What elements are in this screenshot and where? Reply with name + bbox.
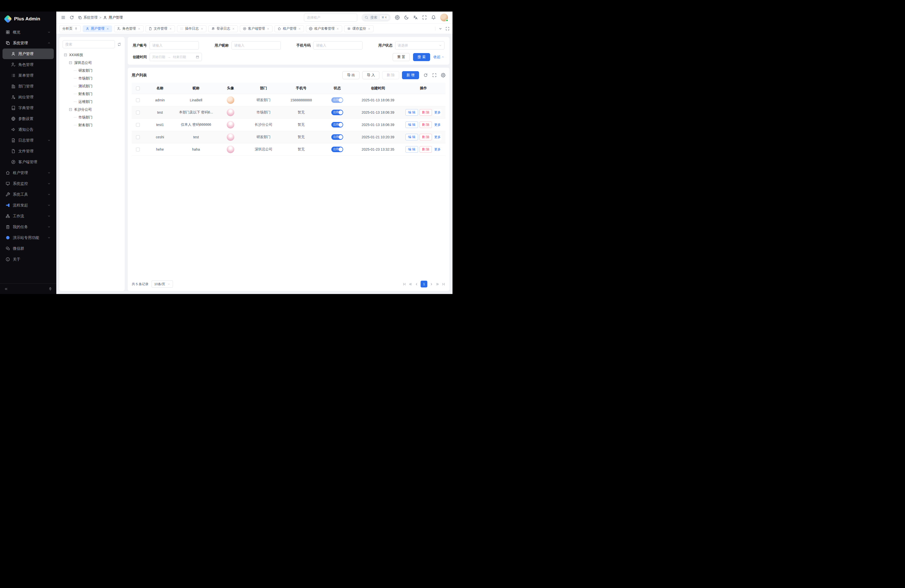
search-button[interactable]: 搜 索 bbox=[413, 53, 430, 61]
forward-10-pages-button[interactable] bbox=[435, 282, 440, 286]
tab-cache[interactable]: 缓存监控 bbox=[344, 25, 373, 32]
sidebar-item-log[interactable]: 日志管理 bbox=[3, 135, 54, 146]
tab-tenant-package[interactable]: 租户套餐管理 bbox=[306, 25, 342, 32]
tab-user[interactable]: 用户管理 bbox=[83, 25, 112, 32]
fullscreen-icon[interactable] bbox=[422, 15, 427, 20]
close-tab-icon[interactable] bbox=[138, 27, 141, 30]
row-checkbox[interactable] bbox=[136, 148, 140, 151]
tree-node[interactable]: 研发部门 bbox=[63, 67, 121, 75]
breadcrumb-system[interactable]: 系统管理 bbox=[78, 15, 98, 20]
tree-node[interactable]: 财务部门 bbox=[63, 90, 121, 98]
sidebar-item-file[interactable]: 文件管理 bbox=[3, 146, 54, 156]
last-page-button[interactable] bbox=[441, 282, 445, 286]
user-avatar[interactable] bbox=[440, 14, 448, 21]
status-toggle[interactable]: 启用 bbox=[331, 97, 343, 103]
filter-account-input[interactable] bbox=[149, 41, 199, 49]
edit-row-button[interactable]: 编 辑 bbox=[405, 134, 418, 140]
more-row-button[interactable]: 更多 bbox=[433, 134, 441, 140]
del-row-button[interactable]: 删 除 bbox=[419, 121, 432, 128]
sidebar-item-post[interactable]: 岗位管理 bbox=[3, 92, 54, 102]
first-page-button[interactable] bbox=[402, 282, 406, 286]
sidebar-item-overview[interactable]: 概览 bbox=[3, 27, 54, 38]
more-row-button[interactable]: 更多 bbox=[433, 146, 441, 153]
collapse-sidebar-button[interactable] bbox=[4, 287, 8, 291]
filter-created-daterange[interactable]: 开始日期 → 结束日期 bbox=[149, 53, 202, 61]
edit-row-button[interactable]: 编 辑 bbox=[405, 121, 418, 128]
del-row-button[interactable]: 删 除 bbox=[419, 134, 432, 140]
tab-fullscreen-button[interactable] bbox=[445, 27, 449, 31]
close-tab-icon[interactable] bbox=[267, 27, 270, 30]
sidebar-item-notice[interactable]: 通知公告 bbox=[3, 124, 54, 135]
tenant-select-input[interactable] bbox=[304, 14, 357, 22]
tab-ops-log[interactable]: 操作日志 bbox=[177, 25, 206, 32]
sidebar-item-system[interactable]: 系统管理 bbox=[3, 38, 54, 48]
close-tab-icon[interactable] bbox=[106, 27, 109, 30]
tab-file[interactable]: 文件管理 bbox=[146, 25, 175, 32]
edit-row-button[interactable]: 编 辑 bbox=[405, 109, 418, 116]
more-row-button[interactable]: 更多 bbox=[433, 121, 441, 128]
select-all-checkbox[interactable] bbox=[136, 86, 140, 90]
tree-node[interactable]: 市场部门 bbox=[63, 75, 121, 82]
sidebar-item-dept[interactable]: 部门管理 bbox=[3, 81, 54, 92]
sidebar-item-user[interactable]: 用户管理 bbox=[3, 49, 54, 59]
close-tab-icon[interactable] bbox=[201, 27, 203, 30]
sidebar-item-menu[interactable]: 菜单管理 bbox=[3, 70, 54, 81]
page-number-1[interactable]: 1 bbox=[421, 281, 427, 288]
sidebar-item-workflow[interactable]: 工作流 bbox=[3, 211, 54, 221]
filter-phone-input[interactable] bbox=[313, 41, 362, 49]
dept-search-input[interactable] bbox=[63, 40, 115, 48]
more-row-button[interactable]: 更多 bbox=[433, 109, 441, 116]
del-row-button[interactable]: 删 除 bbox=[419, 109, 432, 116]
sidebar-item-client[interactable]: 客户端管理 bbox=[3, 157, 54, 167]
filter-nickname-input[interactable] bbox=[232, 41, 281, 49]
back-10-pages-button[interactable] bbox=[408, 282, 413, 286]
breadcrumb-user-management[interactable]: 用户管理 bbox=[103, 15, 123, 20]
collapse-filters-button[interactable]: 收起 bbox=[433, 55, 445, 59]
collapse-node-icon[interactable] bbox=[68, 108, 72, 111]
edit-row-button[interactable]: 编 辑 bbox=[405, 146, 418, 153]
global-search-button[interactable]: 搜索 ⌘ K bbox=[362, 14, 391, 22]
close-tab-icon[interactable] bbox=[232, 27, 235, 30]
pin-sidebar-button[interactable] bbox=[48, 287, 52, 291]
tab-login-log[interactable]: 登录日志 bbox=[208, 25, 238, 32]
prev-page-button[interactable] bbox=[414, 282, 419, 286]
collapse-node-icon[interactable] bbox=[64, 53, 67, 57]
sync-tree-button[interactable] bbox=[117, 42, 121, 46]
row-checkbox[interactable] bbox=[136, 135, 140, 139]
sidebar-item-monitor[interactable]: 系统监控 bbox=[3, 178, 54, 189]
row-checkbox[interactable] bbox=[136, 99, 140, 102]
sidebar-item-tools[interactable]: 系统工具 bbox=[3, 189, 54, 200]
row-checkbox[interactable] bbox=[136, 123, 140, 127]
tree-node[interactable]: 市场部门 bbox=[63, 113, 121, 121]
tree-node[interactable]: 长沙分公司 bbox=[63, 106, 121, 113]
tab-client[interactable]: 客户端管理 bbox=[240, 25, 273, 32]
sidebar-item-process[interactable]: 流程发起 bbox=[3, 200, 54, 210]
sidebar-item-demo[interactable]: 演示站专用功能 bbox=[3, 232, 54, 243]
sidebar-item-wechat[interactable]: 微信群 bbox=[3, 243, 54, 254]
close-tab-icon[interactable] bbox=[298, 27, 301, 30]
close-tab-icon[interactable] bbox=[337, 27, 339, 30]
tab-list-dropdown-button[interactable] bbox=[438, 27, 443, 31]
filter-status-select[interactable]: 请选择 bbox=[395, 41, 445, 49]
row-checkbox[interactable] bbox=[136, 111, 140, 114]
status-toggle[interactable]: 启用 bbox=[331, 110, 343, 115]
status-toggle[interactable]: 启用 bbox=[331, 147, 343, 152]
close-tab-icon[interactable] bbox=[368, 27, 370, 30]
tree-node[interactable]: 测试部门 bbox=[63, 82, 121, 90]
tab-role[interactable]: 角色管理 bbox=[114, 25, 143, 32]
translate-icon[interactable] bbox=[413, 15, 418, 20]
status-toggle[interactable]: 启用 bbox=[331, 134, 343, 140]
refresh-page-icon[interactable] bbox=[69, 15, 74, 20]
tree-node[interactable]: 深圳总公司 bbox=[63, 59, 121, 67]
next-page-button[interactable] bbox=[429, 282, 433, 286]
hamburger-menu-icon[interactable] bbox=[61, 15, 66, 20]
tab-tenant[interactable]: 租户管理 bbox=[275, 25, 304, 32]
sidebar-item-dict[interactable]: 字典管理 bbox=[3, 103, 54, 113]
delete-button[interactable]: 删 除 bbox=[382, 71, 399, 79]
page-size-select[interactable]: 10条/页 bbox=[152, 280, 173, 288]
import-button[interactable]: 导 入 bbox=[362, 71, 379, 79]
sidebar-item-tasks[interactable]: 我的任务 bbox=[3, 222, 54, 232]
tab-analysis[interactable]: 分析页 bbox=[59, 25, 81, 32]
refresh-table-button[interactable] bbox=[423, 73, 428, 78]
dark-mode-moon-icon[interactable] bbox=[404, 15, 409, 20]
